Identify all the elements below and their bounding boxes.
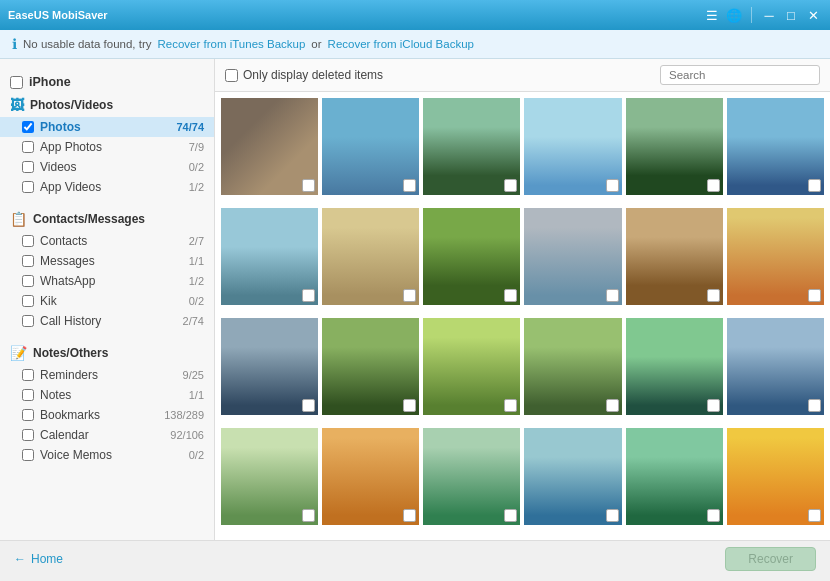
voice-memos-checkbox[interactable] bbox=[22, 449, 34, 461]
reminders-label: Reminders bbox=[40, 368, 177, 382]
sidebar-item-contacts[interactable]: Contacts 2/7 bbox=[0, 231, 214, 251]
photo-cell[interactable] bbox=[221, 98, 318, 195]
sidebar-item-bookmarks[interactable]: Bookmarks 138/289 bbox=[0, 405, 214, 425]
sidebar-item-messages[interactable]: Messages 1/1 bbox=[0, 251, 214, 271]
photo-cell[interactable] bbox=[322, 98, 419, 195]
photo-cell[interactable] bbox=[423, 98, 520, 195]
photo-cell[interactable] bbox=[423, 208, 520, 305]
sidebar-item-voice-memos[interactable]: Voice Memos 0/2 bbox=[0, 445, 214, 465]
itunes-backup-link[interactable]: Recover from iTunes Backup bbox=[158, 38, 306, 50]
photo-select-checkbox[interactable] bbox=[808, 509, 821, 522]
photo-cell[interactable] bbox=[221, 318, 318, 415]
messages-count: 1/1 bbox=[189, 255, 204, 267]
sidebar-item-kik[interactable]: Kik 0/2 bbox=[0, 291, 214, 311]
photo-cell[interactable] bbox=[524, 318, 621, 415]
reminders-checkbox[interactable] bbox=[22, 369, 34, 381]
only-deleted-label[interactable]: Only display deleted items bbox=[225, 68, 383, 82]
window-controls[interactable]: ☰ 🌐 ─ □ ✕ bbox=[703, 6, 822, 24]
sidebar-item-app-photos[interactable]: App Photos 7/9 bbox=[0, 137, 214, 157]
photo-cell[interactable] bbox=[727, 428, 824, 525]
photo-cell[interactable] bbox=[221, 208, 318, 305]
photo-cell[interactable] bbox=[626, 98, 723, 195]
recover-button[interactable]: Recover bbox=[725, 547, 816, 571]
photo-select-checkbox[interactable] bbox=[707, 289, 720, 302]
photos-count: 74/74 bbox=[176, 121, 204, 133]
photo-select-checkbox[interactable] bbox=[606, 399, 619, 412]
photo-cell[interactable] bbox=[626, 428, 723, 525]
photo-select-checkbox[interactable] bbox=[504, 399, 517, 412]
photo-select-checkbox[interactable] bbox=[504, 179, 517, 192]
photo-select-checkbox[interactable] bbox=[302, 399, 315, 412]
photo-cell[interactable] bbox=[626, 208, 723, 305]
messages-checkbox[interactable] bbox=[22, 255, 34, 267]
photo-select-checkbox[interactable] bbox=[403, 289, 416, 302]
photo-select-checkbox[interactable] bbox=[707, 399, 720, 412]
contacts-label: Contacts bbox=[40, 234, 183, 248]
only-deleted-checkbox[interactable] bbox=[225, 69, 238, 82]
photo-cell[interactable] bbox=[626, 318, 723, 415]
photos-checkbox[interactable] bbox=[22, 121, 34, 133]
bookmarks-checkbox[interactable] bbox=[22, 409, 34, 421]
photo-select-checkbox[interactable] bbox=[302, 179, 315, 192]
bottom-bar: ← Home Recover bbox=[0, 540, 830, 576]
photo-select-checkbox[interactable] bbox=[808, 399, 821, 412]
sidebar-item-whatsapp[interactable]: WhatsApp 1/2 bbox=[0, 271, 214, 291]
photo-select-checkbox[interactable] bbox=[808, 179, 821, 192]
photo-select-checkbox[interactable] bbox=[302, 509, 315, 522]
photo-select-checkbox[interactable] bbox=[403, 179, 416, 192]
whatsapp-checkbox[interactable] bbox=[22, 275, 34, 287]
contacts-checkbox[interactable] bbox=[22, 235, 34, 247]
notes-checkbox[interactable] bbox=[22, 389, 34, 401]
photo-select-checkbox[interactable] bbox=[504, 509, 517, 522]
search-input[interactable] bbox=[660, 65, 820, 85]
photo-select-checkbox[interactable] bbox=[606, 509, 619, 522]
photo-cell[interactable] bbox=[727, 208, 824, 305]
photo-cell[interactable] bbox=[322, 208, 419, 305]
menu-icon[interactable]: ☰ bbox=[703, 6, 721, 24]
sidebar-item-notes[interactable]: Notes 1/1 bbox=[0, 385, 214, 405]
photo-cell[interactable] bbox=[221, 428, 318, 525]
app-videos-checkbox[interactable] bbox=[22, 181, 34, 193]
section-photos-videos: 🖼 Photos/Videos bbox=[0, 93, 214, 117]
photo-select-checkbox[interactable] bbox=[707, 179, 720, 192]
minimize-icon[interactable]: ─ bbox=[760, 6, 778, 24]
photo-cell[interactable] bbox=[322, 318, 419, 415]
calendar-checkbox[interactable] bbox=[22, 429, 34, 441]
messages-label: Messages bbox=[40, 254, 183, 268]
photo-cell[interactable] bbox=[727, 318, 824, 415]
sidebar-item-reminders[interactable]: Reminders 9/25 bbox=[0, 365, 214, 385]
close-icon[interactable]: ✕ bbox=[804, 6, 822, 24]
app-photos-checkbox[interactable] bbox=[22, 141, 34, 153]
photo-select-checkbox[interactable] bbox=[302, 289, 315, 302]
sidebar-item-app-videos[interactable]: App Videos 1/2 bbox=[0, 177, 214, 197]
sidebar-item-call-history[interactable]: Call History 2/74 bbox=[0, 311, 214, 331]
sidebar-item-calendar[interactable]: Calendar 92/106 bbox=[0, 425, 214, 445]
photo-cell[interactable] bbox=[524, 208, 621, 305]
photo-cell[interactable] bbox=[727, 98, 824, 195]
photo-cell[interactable] bbox=[524, 428, 621, 525]
videos-count: 0/2 bbox=[189, 161, 204, 173]
content-area: Only display deleted items bbox=[215, 59, 830, 540]
photo-select-checkbox[interactable] bbox=[504, 289, 517, 302]
call-history-label: Call History bbox=[40, 314, 177, 328]
sidebar-item-photos[interactable]: Photos 74/74 bbox=[0, 117, 214, 137]
kik-checkbox[interactable] bbox=[22, 295, 34, 307]
photo-cell[interactable] bbox=[423, 318, 520, 415]
call-history-checkbox[interactable] bbox=[22, 315, 34, 327]
photo-select-checkbox[interactable] bbox=[808, 289, 821, 302]
photo-cell[interactable] bbox=[524, 98, 621, 195]
sidebar-item-videos[interactable]: Videos 0/2 bbox=[0, 157, 214, 177]
globe-icon[interactable]: 🌐 bbox=[725, 6, 743, 24]
photo-select-checkbox[interactable] bbox=[606, 179, 619, 192]
home-button[interactable]: ← Home bbox=[14, 552, 63, 566]
photo-select-checkbox[interactable] bbox=[403, 509, 416, 522]
photo-select-checkbox[interactable] bbox=[403, 399, 416, 412]
photo-select-checkbox[interactable] bbox=[707, 509, 720, 522]
photo-cell[interactable] bbox=[423, 428, 520, 525]
device-checkbox[interactable] bbox=[10, 76, 23, 89]
videos-checkbox[interactable] bbox=[22, 161, 34, 173]
maximize-icon[interactable]: □ bbox=[782, 6, 800, 24]
photo-cell[interactable] bbox=[322, 428, 419, 525]
photo-select-checkbox[interactable] bbox=[606, 289, 619, 302]
icloud-backup-link[interactable]: Recover from iCloud Backup bbox=[328, 38, 474, 50]
